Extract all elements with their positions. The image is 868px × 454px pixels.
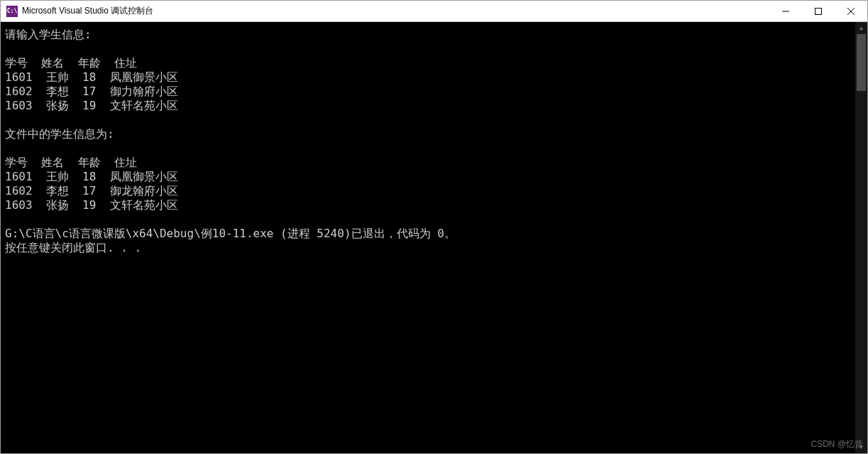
maximize-button[interactable] — [802, 1, 835, 21]
minimize-icon — [782, 8, 789, 15]
console-line: 学号 姓名 年龄 住址 — [5, 56, 137, 70]
console-line: 1603 张扬 19 文轩名苑小区 — [5, 198, 178, 212]
scroll-up-arrow-icon[interactable]: ▲ — [855, 22, 867, 34]
console-area[interactable]: 请输入学生信息: 学号 姓名 年龄 住址 1601 王帅 18 凤凰御景小区 1… — [1, 22, 867, 453]
console-line: 1602 李想 17 御龙翰府小区 — [5, 184, 178, 198]
close-button[interactable] — [835, 1, 867, 21]
titlebar[interactable]: C:\ Microsoft Visual Studio 调试控制台 — [1, 1, 867, 22]
vertical-scrollbar[interactable]: ▲ ▼ — [855, 22, 867, 453]
console-line: 按任意键关闭此窗口. . . — [5, 241, 141, 254]
console-window: C:\ Microsoft Visual Studio 调试控制台 请输入学生信… — [0, 0, 868, 454]
console-output: 请输入学生信息: 学号 姓名 年龄 住址 1601 王帅 18 凤凰御景小区 1… — [1, 22, 867, 261]
maximize-icon — [815, 8, 822, 15]
console-line: 1602 李想 17 御力翰府小区 — [5, 85, 178, 98]
console-line: G:\C语言\c语言微课版\x64\Debug\例10-11.exe (进程 5… — [5, 227, 456, 240]
console-line: 文件中的学生信息为: — [5, 127, 114, 141]
console-line: 1601 王帅 18 凤凰御景小区 — [5, 170, 178, 183]
console-line: 学号 姓名 年龄 住址 — [5, 156, 137, 169]
console-line: 1603 张扬 19 文轩名苑小区 — [5, 99, 178, 112]
window-controls — [769, 1, 867, 21]
console-line: 1601 王帅 18 凤凰御景小区 — [5, 70, 178, 84]
app-icon: C:\ — [6, 6, 18, 17]
close-icon — [847, 8, 855, 15]
svg-rect-1 — [815, 8, 822, 14]
scrollbar-thumb[interactable] — [857, 34, 866, 91]
window-title: Microsoft Visual Studio 调试控制台 — [22, 5, 769, 17]
console-line: 请输入学生信息: — [5, 28, 92, 41]
watermark-text: CSDN @忆昔 — [811, 438, 863, 450]
minimize-button[interactable] — [769, 1, 802, 21]
